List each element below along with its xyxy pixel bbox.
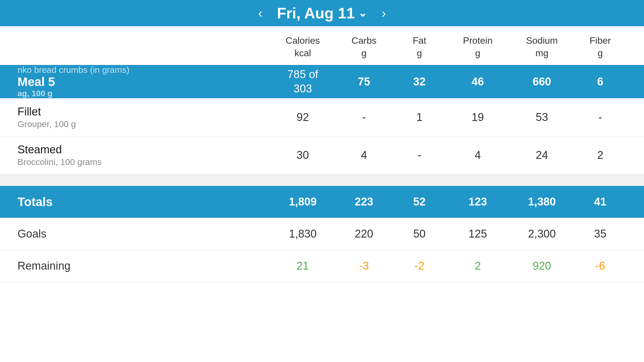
steamed-fiber: 2 bbox=[574, 149, 626, 161]
totals-protein: 123 bbox=[446, 196, 510, 208]
goals-protein: 125 bbox=[446, 228, 510, 240]
totals-row: Totals 1,809 223 52 123 1,380 41 bbox=[0, 186, 644, 218]
meal5-sodium: 660 bbox=[510, 75, 574, 88]
prev-day-button[interactable]: ‹ bbox=[252, 7, 268, 20]
totals-carbs: 223 bbox=[335, 196, 393, 208]
meal5-fat: 32 bbox=[393, 75, 446, 88]
steamed-sodium: 24 bbox=[510, 149, 574, 161]
next-day-button[interactable]: › bbox=[376, 7, 392, 20]
meal5-calories: 785 of303 bbox=[271, 67, 335, 96]
totals-fat: 52 bbox=[393, 196, 446, 208]
meal5-carbs: 75 bbox=[335, 75, 393, 88]
steamed-fat: - bbox=[393, 149, 446, 161]
meal5-protein: 46 bbox=[446, 75, 510, 88]
fillet-protein: 19 bbox=[446, 111, 510, 124]
remaining-sodium: 920 bbox=[510, 260, 574, 272]
steamed-label: Steamed Broccolini, 100 grams bbox=[18, 143, 271, 167]
goals-fiber: 35 bbox=[574, 228, 626, 240]
col-header-fat: Fat g bbox=[393, 34, 446, 59]
remaining-fiber: -6 bbox=[574, 260, 626, 272]
col-header-carbs: Carbs g bbox=[335, 34, 393, 59]
remaining-label: Remaining bbox=[18, 260, 271, 272]
goals-row: Goals 1,830 220 50 125 2,300 35 bbox=[0, 218, 644, 250]
goals-label: Goals bbox=[18, 228, 271, 240]
date-label: Fri, Aug 11 bbox=[277, 4, 355, 22]
steamed-carbs: 4 bbox=[335, 149, 393, 161]
col-header-calories: Calories kcal bbox=[271, 34, 335, 59]
fillet-fiber: - bbox=[574, 111, 626, 124]
date-title: Fri, Aug 11 ⌄ bbox=[277, 4, 367, 22]
totals-calories: 1,809 bbox=[271, 196, 335, 208]
goals-calories: 1,830 bbox=[271, 228, 335, 240]
fillet-row[interactable]: Fillet Grouper, 100 g 92 - 1 19 53 - bbox=[0, 99, 644, 136]
totals-fiber: 41 bbox=[574, 196, 626, 208]
remaining-protein: 2 bbox=[446, 260, 510, 272]
totals-label: Totals bbox=[18, 195, 271, 209]
remaining-carbs: -3 bbox=[335, 260, 393, 272]
steamed-calories: 30 bbox=[271, 149, 335, 161]
fillet-sodium: 53 bbox=[510, 111, 574, 124]
header: ‹ Fri, Aug 11 ⌄ › bbox=[0, 0, 644, 26]
remaining-calories: 21 bbox=[271, 260, 335, 272]
col-header-sodium: Sodium mg bbox=[510, 34, 574, 59]
meal5-sub-below: ag, 100 g bbox=[18, 89, 271, 98]
meal5-fiber: 6 bbox=[574, 75, 626, 88]
fillet-carbs: - bbox=[335, 111, 393, 124]
steamed-protein: 4 bbox=[446, 149, 510, 161]
meal5-name: Meal 5 bbox=[18, 75, 271, 89]
goals-carbs: 220 bbox=[335, 228, 393, 240]
meal5-label: nko bread crumbs (in grams) Meal 5 ag, 1… bbox=[18, 65, 271, 98]
meal5-sub-above: nko bread crumbs (in grams) bbox=[18, 65, 271, 75]
meal5-row[interactable]: nko bread crumbs (in grams) Meal 5 ag, 1… bbox=[0, 65, 644, 99]
col-header-food bbox=[18, 34, 271, 59]
spacer bbox=[0, 174, 644, 186]
date-dropdown-icon[interactable]: ⌄ bbox=[358, 7, 367, 19]
steamed-row[interactable]: Steamed Broccolini, 100 grams 30 4 - 4 2… bbox=[0, 136, 644, 174]
col-header-protein: Protein g bbox=[446, 34, 510, 59]
fillet-label: Fillet Grouper, 100 g bbox=[18, 106, 271, 129]
goals-sodium: 2,300 bbox=[510, 228, 574, 240]
remaining-row: Remaining 21 -3 -2 2 920 -6 bbox=[0, 250, 644, 282]
goals-fat: 50 bbox=[393, 228, 446, 240]
totals-sodium: 1,380 bbox=[510, 196, 574, 208]
fillet-calories: 92 bbox=[271, 111, 335, 124]
fillet-fat: 1 bbox=[393, 111, 446, 124]
remaining-fat: -2 bbox=[393, 260, 446, 272]
column-headers: Calories kcal Carbs g Fat g Protein g So… bbox=[0, 26, 644, 65]
col-header-fiber: Fiber g bbox=[574, 34, 626, 59]
